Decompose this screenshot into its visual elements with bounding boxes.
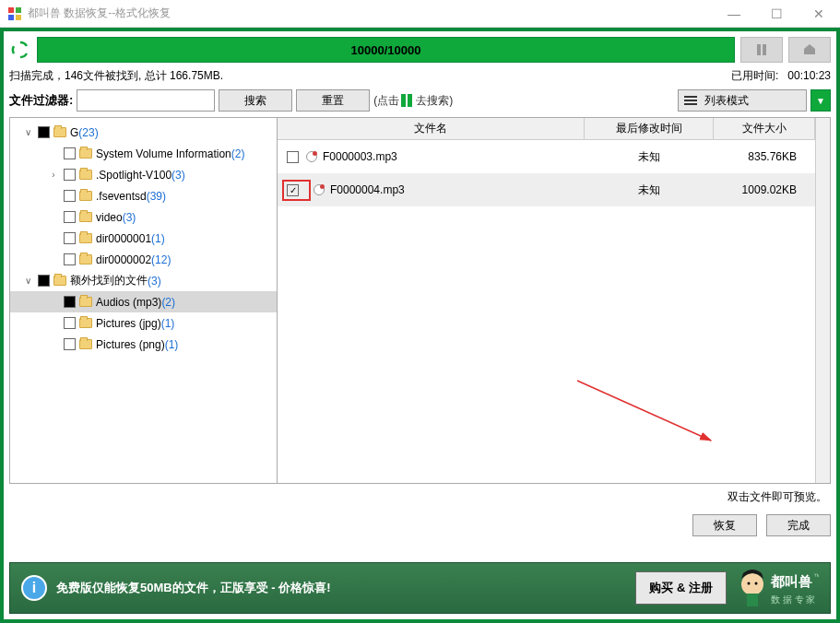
tree-checkbox[interactable] <box>64 296 76 308</box>
tree-checkbox[interactable] <box>64 169 76 181</box>
maximize-button[interactable]: ☐ <box>755 0 798 28</box>
folder-icon <box>79 148 92 159</box>
stop-button[interactable] <box>788 37 831 63</box>
tree-item[interactable]: dir0000002 (12) <box>10 249 277 270</box>
tree-toggle[interactable]: ∨ <box>21 276 34 286</box>
buy-register-button[interactable]: 购买 & 注册 <box>635 571 727 605</box>
tree-count: (2) <box>231 147 245 160</box>
tree-label: dir0000001 <box>96 232 151 245</box>
window-title: 都叫兽 数据恢复--格式化恢复 <box>28 6 713 21</box>
folder-icon <box>79 191 92 201</box>
tree-checkbox[interactable] <box>64 211 76 223</box>
tree-item[interactable]: dir0000001 (1) <box>10 228 277 249</box>
tree-count: (12) <box>151 253 171 266</box>
row-date: 未知 <box>585 182 714 198</box>
titlebar: 都叫兽 数据恢复--格式化恢复 — ☐ ✕ <box>0 0 840 28</box>
tree-label: Pictures (png) <box>96 338 165 351</box>
tree-checkbox[interactable] <box>38 275 50 287</box>
tree-item[interactable]: .fseventsd (39) <box>10 185 277 206</box>
header-filename[interactable]: 文件名 <box>278 118 585 139</box>
filter-label: 文件过滤器: <box>9 92 73 109</box>
tree-item[interactable]: System Volume Information (2) <box>10 143 277 164</box>
filter-input[interactable] <box>77 89 215 112</box>
tree-count: (39) <box>147 190 166 203</box>
tree-toggle[interactable]: ∨ <box>21 127 34 137</box>
elapsed-time: 已用时间: 00:10:23 <box>731 68 831 84</box>
file-icon <box>314 184 325 195</box>
row-date: 未知 <box>585 149 714 165</box>
scan-status: 扫描完成，146文件被找到, 总计 166.75MB. <box>9 68 223 84</box>
folder-icon <box>79 254 92 264</box>
svg-text:数 据 专 家: 数 据 专 家 <box>771 594 815 605</box>
row-checkbox[interactable] <box>287 151 299 163</box>
tree-checkbox[interactable] <box>64 317 76 329</box>
tree-item[interactable]: ›.Spotlight-V100 (3) <box>10 164 277 185</box>
tree-label: .fseventsd <box>96 190 147 203</box>
pause-icon <box>401 94 414 107</box>
svg-rect-3 <box>16 15 21 20</box>
folder-icon <box>79 318 92 328</box>
tree-checkbox[interactable] <box>64 147 76 159</box>
done-button[interactable]: 完成 <box>766 514 831 536</box>
svg-rect-4 <box>757 44 761 55</box>
tree-count: (1) <box>165 338 179 351</box>
tree-label: Pictures (jpg) <box>96 317 161 330</box>
view-mode-dropdown[interactable]: ▼ <box>810 89 831 112</box>
tree-count: (3) <box>148 275 161 288</box>
footer-bar: i 免费版仅能恢复50MB的文件，正版享受 - 价格惊喜! 购买 & 注册 都叫… <box>9 562 831 614</box>
folder-icon <box>79 212 92 222</box>
tree-checkbox[interactable] <box>38 126 50 138</box>
row-filename: F0000004.mp3 <box>330 183 585 196</box>
row-size: 1009.02KB <box>714 183 806 196</box>
folder-icon <box>79 170 92 180</box>
tree-label: System Volume Information <box>96 147 231 160</box>
row-size: 835.76KB <box>714 150 806 163</box>
close-button[interactable]: ✕ <box>798 0 840 28</box>
tree-item[interactable]: Pictures (png) (1) <box>10 334 277 355</box>
file-list: F0000003.mp3未知835.76KBF0000004.mp3未知1009… <box>278 140 815 483</box>
app-icon <box>7 6 22 21</box>
tree-checkbox[interactable] <box>64 190 76 202</box>
info-icon: i <box>21 575 47 601</box>
spinner-icon <box>9 39 31 61</box>
mascot-logo: 都叫兽 ™ 数 据 专 家 <box>736 566 819 610</box>
tree-checkbox[interactable] <box>64 253 76 265</box>
file-icon <box>306 151 317 162</box>
svg-rect-2 <box>8 15 14 20</box>
row-checkbox[interactable] <box>287 184 299 196</box>
svg-point-10 <box>755 582 758 585</box>
file-row[interactable]: F0000003.mp3未知835.76KB <box>278 140 815 173</box>
tree-item[interactable]: ∨额外找到的文件 (3) <box>10 270 277 291</box>
folder-icon <box>79 233 92 243</box>
tree-checkbox[interactable] <box>64 232 76 244</box>
header-size[interactable]: 文件大小 <box>714 118 815 139</box>
search-button[interactable]: 搜索 <box>219 89 292 112</box>
progress-bar: 10000/10000 <box>37 37 735 63</box>
tree-count: (3) <box>172 169 185 182</box>
svg-rect-5 <box>763 44 766 55</box>
svg-rect-1 <box>16 7 21 13</box>
tree-label: video <box>96 211 123 224</box>
folder-icon <box>79 297 92 307</box>
tree-item[interactable]: video (3) <box>10 206 277 228</box>
svg-text:™: ™ <box>813 572 819 581</box>
tree-toggle[interactable]: › <box>47 170 60 180</box>
svg-text:都叫兽: 都叫兽 <box>770 573 812 589</box>
pause-button[interactable] <box>740 37 783 63</box>
reset-button[interactable]: 重置 <box>296 89 370 112</box>
list-icon <box>684 96 697 105</box>
header-date[interactable]: 最后修改时间 <box>585 118 714 139</box>
tree-item[interactable]: ∨G (23) <box>10 122 277 143</box>
svg-rect-8 <box>747 594 758 606</box>
tree-label: .Spotlight-V100 <box>96 169 172 182</box>
tree-item[interactable]: Audios (mp3) (2) <box>10 291 277 312</box>
tree-count: (23) <box>78 126 98 139</box>
file-row[interactable]: F0000004.mp3未知1009.02KB <box>278 173 815 206</box>
svg-rect-0 <box>8 7 14 13</box>
tree-item[interactable]: Pictures (jpg) (1) <box>10 312 277 334</box>
recover-button[interactable]: 恢复 <box>692 514 757 536</box>
scrollbar[interactable] <box>815 118 830 483</box>
tree-checkbox[interactable] <box>64 338 76 350</box>
view-mode-select[interactable]: 列表模式 <box>678 89 807 112</box>
minimize-button[interactable]: — <box>713 0 755 28</box>
